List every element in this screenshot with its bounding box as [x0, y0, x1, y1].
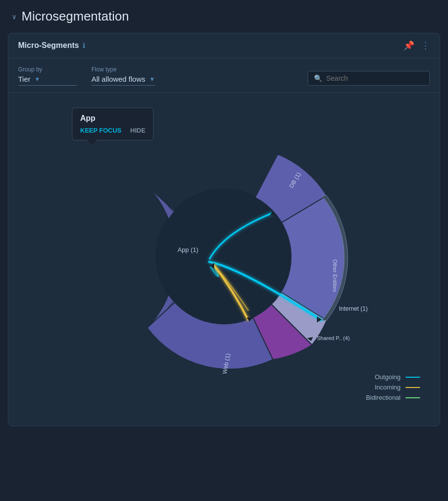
flow-type-select[interactable]: All allowed flows ▼ [91, 75, 155, 86]
legend-incoming-line [405, 387, 420, 388]
tooltip-actions: KEEP FOCUS HIDE [80, 127, 145, 134]
legend-incoming: Incoming [361, 384, 420, 391]
controls-row: Group by Tier ▼ Flow type All allowed fl… [8, 58, 440, 93]
keep-focus-button[interactable]: KEEP FOCUS [80, 127, 121, 134]
shared-label: Shared P.. (4) [317, 335, 350, 341]
search-icon: 🔍 [314, 74, 322, 82]
legend-bidirectional-line [405, 397, 420, 398]
group-by-value: Tier [18, 75, 30, 83]
legend-bidirectional: Bidirectional [361, 394, 420, 401]
microsegmentation-panel: Micro-Segments ℹ 📌 ⋮ Group by Tier ▼ Flo… [8, 33, 440, 426]
group-by-label: Group by [18, 66, 77, 73]
legend-outgoing-label: Outgoing [361, 373, 401, 381]
group-by-arrow-icon: ▼ [34, 76, 40, 83]
group-by-select[interactable]: Tier ▼ [18, 75, 77, 86]
panel-title: Micro-Segments [18, 41, 79, 50]
legend-incoming-label: Incoming [361, 384, 401, 391]
svg-point-1 [157, 189, 291, 324]
flow-type-value: All allowed flows [91, 75, 145, 83]
chord-chart: App (1) DB (1) Internet (1) Shared P.. (… [82, 115, 366, 399]
chart-legend: Outgoing Incoming Bidirectional [361, 373, 420, 401]
tooltip-title: App [80, 114, 145, 123]
legend-outgoing-line [405, 377, 420, 378]
app-label: App (1) [178, 246, 199, 253]
panel-header: Micro-Segments ℹ 📌 ⋮ [8, 33, 440, 58]
search-control[interactable]: 🔍 [308, 71, 430, 86]
panel-title-area: Micro-Segments ℹ [18, 41, 85, 50]
page-title: Microsegmentation [22, 9, 129, 24]
flow-type-control: Flow type All allowed flows ▼ [91, 66, 155, 86]
group-by-control: Group by Tier ▼ [18, 66, 77, 86]
panel-actions: 📌 ⋮ [403, 40, 430, 51]
more-options-icon[interactable]: ⋮ [421, 40, 430, 51]
info-icon[interactable]: ℹ [83, 42, 85, 49]
hide-button[interactable]: HIDE [130, 127, 145, 134]
search-input[interactable] [326, 74, 424, 82]
pin-icon[interactable]: 📌 [403, 40, 414, 51]
segment-tooltip: App KEEP FOCUS HIDE [72, 108, 154, 140]
collapse-icon[interactable]: ∨ [12, 13, 17, 21]
flow-type-label: Flow type [91, 66, 155, 73]
internet-label: Internet (1) [339, 305, 368, 312]
legend-bidirectional-label: Bidirectional [361, 394, 401, 401]
legend-outgoing: Outgoing [361, 373, 420, 381]
flow-type-arrow-icon: ▼ [149, 76, 155, 83]
page-header: ∨ Microsegmentation [0, 0, 448, 29]
other-entities-label: Other Entities [332, 259, 338, 292]
chart-area: App KEEP FOCUS HIDE [8, 93, 440, 426]
